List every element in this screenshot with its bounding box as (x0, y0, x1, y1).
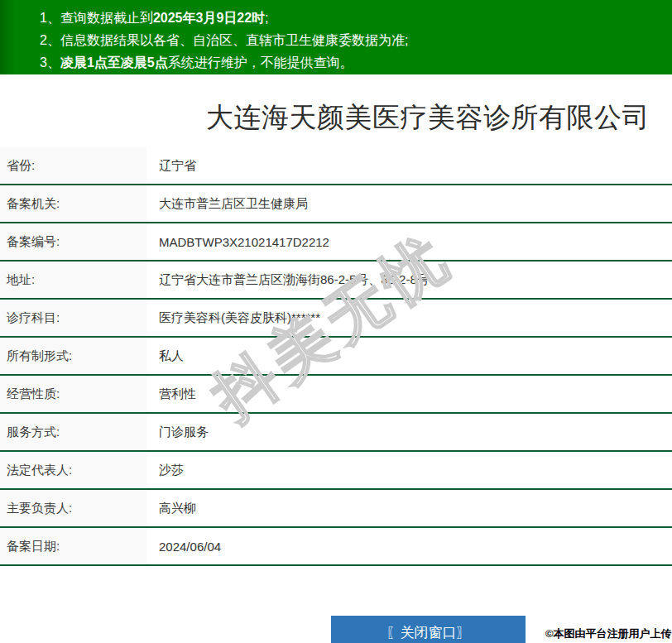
row-label: 法定代表人: (0, 452, 146, 488)
table-row: 法定代表人: 沙莎 (0, 452, 672, 490)
row-value: 门诊服务 (146, 414, 672, 450)
table-row: 备案编号: MADBTWP3X21021417D2212 (0, 223, 672, 262)
page-title: 大连海天颜美医疗美容诊所有限公司 (0, 99, 672, 136)
row-value: 大连市普兰店区卫生健康局 (146, 185, 672, 222)
row-value: 营利性 (146, 376, 672, 412)
row-label: 备案机关: (0, 185, 146, 222)
row-label: 所有制形式: (0, 338, 146, 374)
row-label: 备案日期: (0, 528, 146, 564)
table-row: 地址: 辽宁省大连市普兰店区渤海街86-2-5号、86-2-8号 (0, 262, 672, 300)
row-label: 经营性质: (0, 376, 146, 412)
notice-line-1: 1、查询数据截止到2025年3月9日22时; (40, 7, 672, 29)
row-label: 省份: (0, 147, 146, 184)
row-value: 辽宁省大连市普兰店区渤海街86-2-5号、86-2-8号 (146, 262, 672, 298)
notice-bar: 1、查询数据截止到2025年3月9日22时; 2、信息数据结果以各省、自治区、直… (0, 0, 672, 74)
row-label: 主要负责人: (0, 490, 146, 526)
table-row: 诊疗科目: 医疗美容科(美容皮肤科)****** (0, 300, 672, 338)
row-label: 地址: (0, 262, 146, 298)
table-row: 所有制形式: 私人 (0, 338, 672, 376)
notice-line-2: 2、信息数据结果以各省、自治区、直辖市卫生健康委数据为准; (40, 29, 672, 51)
row-value: 高兴柳 (146, 490, 672, 526)
info-table: 省份: 辽宁省 备案机关: 大连市普兰店区卫生健康局 备案编号: MADBTWP… (0, 147, 672, 566)
row-value: MADBTWP3X21021417D2212 (146, 223, 672, 260)
copyright-note: ©本图由平台注册用户上传 (545, 626, 672, 641)
row-value: 辽宁省 (146, 147, 672, 184)
table-row: 备案日期: 2024/06/04 (0, 528, 672, 566)
table-row: 主要负责人: 高兴柳 (0, 490, 672, 528)
notice-line-3: 3、凌晨1点至凌晨5点系统进行维护，不能提供查询。 (40, 51, 672, 74)
row-label: 备案编号: (0, 223, 146, 260)
close-window-button[interactable]: 〖关闭窗口〗 (331, 616, 526, 643)
row-value: 私人 (146, 338, 672, 374)
row-label: 诊疗科目: (0, 300, 146, 336)
table-row: 省份: 辽宁省 (0, 147, 672, 185)
table-row: 经营性质: 营利性 (0, 376, 672, 414)
row-label: 服务方式: (0, 414, 146, 450)
row-value: 沙莎 (146, 452, 672, 488)
table-row: 备案机关: 大连市普兰店区卫生健康局 (0, 185, 672, 223)
row-value: 2024/06/04 (146, 528, 672, 564)
row-value: 医疗美容科(美容皮肤科)****** (146, 300, 672, 336)
table-row: 服务方式: 门诊服务 (0, 414, 672, 452)
